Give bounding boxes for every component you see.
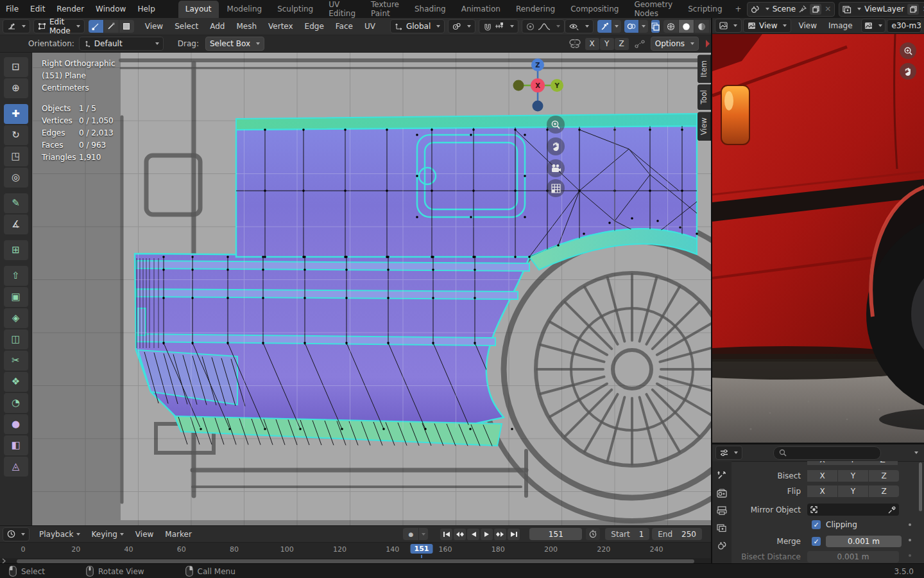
viewport-menu-item[interactable]: Vertex <box>262 18 299 35</box>
editor-type-button[interactable] <box>3 19 30 33</box>
symmetry-axis-button[interactable]: Y <box>600 38 614 50</box>
workspace-tab[interactable]: Geometry Nodes <box>627 1 680 18</box>
tool-knife[interactable]: ✂ <box>4 351 28 371</box>
transform-orientation[interactable]: Global <box>390 19 445 33</box>
mirror-object-field[interactable] <box>807 504 899 516</box>
solid-shading-button[interactable] <box>679 20 694 33</box>
add-workspace-button[interactable]: + <box>731 1 746 18</box>
orientation-setting-dropdown[interactable]: Default <box>79 37 164 51</box>
sidebar-tab[interactable]: View <box>697 112 711 141</box>
panel-overflow-arrow[interactable] <box>705 39 710 48</box>
tool-smooth[interactable]: ● <box>4 414 28 434</box>
workspace-tab[interactable]: UV Editing <box>321 1 363 18</box>
tool-select-box[interactable]: ⊡ <box>4 57 28 77</box>
workspace-tab[interactable]: Compositing <box>563 1 626 18</box>
timeline-menu-item[interactable]: Marker <box>159 526 197 542</box>
use-preview-range-button[interactable] <box>586 528 600 540</box>
tool-rotate[interactable]: ↻ <box>4 125 28 145</box>
tool-rip-region[interactable]: ◬ <box>4 457 28 477</box>
workspace-tab[interactable]: Texture Paint <box>364 1 406 18</box>
prev-keyframe-button[interactable] <box>454 529 466 540</box>
scene-tab-icon[interactable] <box>717 541 727 550</box>
start-frame-field[interactable]: Start 1 <box>605 528 649 540</box>
tool-edge-slide[interactable]: ◧ <box>4 435 28 455</box>
workspace-tab[interactable]: Rendering <box>509 1 562 18</box>
viewlayer-selector[interactable]: ViewLayer ✕ <box>839 2 924 17</box>
next-keyframe-button[interactable] <box>494 529 506 540</box>
workspace-tab[interactable]: Shading <box>407 1 453 18</box>
jump-to-end-button[interactable] <box>508 529 520 540</box>
camera-view-button[interactable] <box>547 159 565 177</box>
material-preview-button[interactable] <box>694 20 709 33</box>
gizmo-dropdown[interactable] <box>612 20 621 33</box>
gizmo-minus-z[interactable] <box>533 101 543 112</box>
flip-axis-button[interactable]: Z <box>869 486 899 497</box>
gizmo-minus-y[interactable] <box>513 80 524 91</box>
snap-base-icon[interactable] <box>634 39 646 49</box>
tool-scale[interactable]: ◳ <box>4 146 28 166</box>
workspace-tab[interactable]: Layout <box>178 1 219 18</box>
tool-cursor[interactable]: ⊕ <box>4 78 28 98</box>
image-editor-menu-item[interactable]: View <box>792 18 822 33</box>
proportional-edit-button[interactable] <box>522 19 565 33</box>
properties-search-input[interactable] <box>773 446 881 460</box>
tool-add-cube[interactable]: ⊞ <box>4 240 28 260</box>
tool-inset-faces[interactable]: ▣ <box>4 287 28 307</box>
properties-options-chevron[interactable] <box>914 451 918 454</box>
viewport-menu-item[interactable]: View <box>139 18 169 35</box>
tool-loop-cut[interactable]: ◫ <box>4 329 28 349</box>
scene-selector[interactable]: Scene ✕ <box>747 2 835 17</box>
bisect-axis-button[interactable]: Z <box>869 470 899 482</box>
properties-editor-type-button[interactable] <box>715 446 742 460</box>
new-scene-button[interactable] <box>810 4 821 15</box>
merge-checkbox[interactable]: ✓ <box>812 537 821 546</box>
current-frame-field[interactable]: 151 <box>529 528 582 540</box>
playhead[interactable]: 151 <box>411 544 433 554</box>
workspace-tab[interactable]: Scripting <box>681 1 729 18</box>
flip-axis-button[interactable]: X <box>807 486 837 497</box>
navigation-gizmo[interactable]: Z Y X <box>512 58 563 113</box>
symmetry-axis-button[interactable]: X <box>585 38 599 50</box>
options-dropdown[interactable]: Options <box>651 37 699 51</box>
ortho-toggle-button[interactable] <box>547 179 565 197</box>
image-name-field[interactable]: e30-m3-12.jpg <box>887 19 921 33</box>
timeline-scrollbar[interactable] <box>17 559 694 563</box>
viewlayer-tab-icon[interactable] <box>717 523 727 532</box>
tool-bevel[interactable]: ◈ <box>4 308 28 328</box>
tool-spin[interactable]: ◔ <box>4 393 28 413</box>
bisect-axis-button[interactable]: X <box>807 470 837 482</box>
animate-dot[interactable] <box>909 523 911 526</box>
properties-scrollbar[interactable] <box>919 462 922 511</box>
play-button[interactable] <box>481 529 493 540</box>
snapping-button[interactable] <box>479 19 518 33</box>
zoom-button[interactable] <box>547 116 565 134</box>
bisect-axis-button[interactable]: Y <box>838 470 868 482</box>
play-reverse-button[interactable] <box>467 529 479 540</box>
auto-key-button[interactable]: ● <box>403 528 418 540</box>
workspace-tab[interactable]: Modeling <box>220 1 270 18</box>
tool-annotate[interactable]: ✎ <box>4 193 28 213</box>
auto-key-dropdown[interactable] <box>419 528 428 540</box>
timeline-ruler[interactable]: 020406080100120140160180200220240 151 <box>0 543 711 558</box>
tool-measure[interactable]: ∡ <box>4 215 28 234</box>
topbar-menu-item[interactable]: Edit <box>24 0 51 18</box>
mirror-axis-button[interactable]: X <box>807 461 837 465</box>
bisect-distance-field[interactable]: 0.001 m <box>807 551 899 563</box>
pivot-point-button[interactable] <box>448 19 475 33</box>
animate-dot[interactable] <box>909 554 911 557</box>
end-frame-field[interactable]: End 250 <box>652 528 702 540</box>
image-pan-button[interactable] <box>900 63 916 80</box>
topbar-menu-item[interactable]: Render <box>51 0 90 18</box>
overlays-dropdown[interactable] <box>639 20 648 33</box>
image-editor-type-button[interactable] <box>715 19 742 33</box>
timeline-dropdown[interactable]: Playback <box>33 526 86 542</box>
viewport-canvas[interactable]: Right Orthographic (151) Plane Centimete… <box>32 53 711 525</box>
output-tab-icon[interactable] <box>717 506 727 515</box>
wireframe-shading-button[interactable] <box>663 20 678 33</box>
flip-axis-button[interactable]: Y <box>838 486 868 497</box>
edge-select-button[interactable] <box>104 20 119 33</box>
animate-dot[interactable] <box>909 539 911 541</box>
workspace-tab[interactable]: Sculpting <box>270 1 320 18</box>
tool-extrude-region[interactable]: ⇧ <box>4 266 28 286</box>
visibility-dropdown[interactable] <box>565 19 594 33</box>
